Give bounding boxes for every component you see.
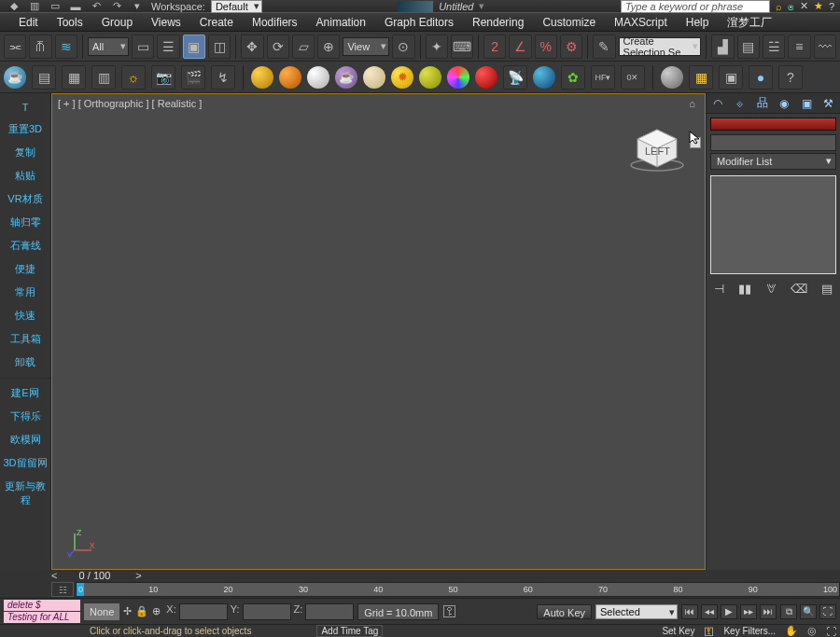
unlink-icon[interactable]: ⫚: [29, 35, 51, 59]
sidebar-item-0[interactable]: T: [0, 97, 50, 118]
undo-icon[interactable]: ↶: [88, 0, 105, 14]
new-icon[interactable]: ▥: [26, 0, 43, 14]
graphite-icon[interactable]: ≡: [788, 35, 810, 59]
select-object-icon[interactable]: ▭: [132, 35, 154, 59]
redo-icon[interactable]: ↷: [108, 0, 125, 14]
sidebar-item-11[interactable]: 卸载: [0, 351, 50, 374]
next-frame-icon[interactable]: ▸▸: [740, 604, 757, 619]
select-move-icon[interactable]: ✥: [241, 35, 263, 59]
y-input[interactable]: [243, 603, 291, 620]
sidebar-item-12[interactable]: 建E网: [0, 378, 50, 405]
menu-maxscript[interactable]: MAXScript: [605, 13, 677, 32]
scene-explorer-icon[interactable]: ▤: [32, 65, 56, 90]
select-link-icon[interactable]: ⫘: [4, 35, 26, 59]
open-icon[interactable]: ▭: [47, 0, 63, 14]
key-toggle-icon[interactable]: ⚿: [442, 603, 457, 620]
motion-icon[interactable]: ↯: [211, 65, 235, 90]
ref-coord-system[interactable]: View: [343, 37, 389, 56]
sphere-rainbow-icon[interactable]: [447, 66, 469, 89]
sidebar-item-1[interactable]: 重置3D: [0, 118, 50, 141]
sidebar-item-6[interactable]: 石膏线: [0, 234, 50, 257]
x-input[interactable]: [179, 603, 228, 620]
sidebar-item-7[interactable]: 便捷: [0, 257, 50, 281]
named-selection-combo[interactable]: Create Selection Se: [619, 37, 702, 56]
film-icon[interactable]: 🎬: [181, 65, 205, 90]
snap-2d-icon[interactable]: 2: [483, 35, 506, 59]
snap-angle-icon[interactable]: ∠: [509, 35, 531, 59]
show-result-icon[interactable]: ▮▮: [738, 282, 751, 296]
play-icon[interactable]: ▶: [721, 604, 737, 619]
viewport[interactable]: [ + ] [ Orthographic ] [ Realistic ] ⌂ L…: [51, 93, 706, 570]
viewport-label[interactable]: [ + ] [ Orthographic ] [ Realistic ]: [58, 98, 202, 109]
menu-modifiers[interactable]: Modifiers: [243, 13, 307, 32]
time-slider-next[interactable]: >: [132, 570, 145, 581]
menu-create[interactable]: Create: [190, 13, 243, 32]
menu-customize[interactable]: Customize: [533, 13, 605, 32]
signin-icon[interactable]: ⍟: [788, 1, 794, 12]
select-byname-icon[interactable]: ☰: [157, 35, 179, 59]
teapot-icon[interactable]: ☕: [4, 66, 26, 89]
sphere-white-icon[interactable]: [307, 66, 329, 89]
make-unique-icon[interactable]: ⩔: [765, 282, 777, 296]
camera-icon[interactable]: 📷: [151, 65, 175, 90]
select-scale-icon[interactable]: ▱: [292, 35, 315, 59]
sidebar-item-16[interactable]: 更新与教程: [0, 475, 50, 512]
select-region-icon[interactable]: ▣: [183, 35, 205, 59]
keyboard-shortcut-icon[interactable]: ⌨: [451, 35, 473, 59]
sphere-cream-icon[interactable]: [363, 66, 385, 89]
isolate-icon[interactable]: 🔒: [135, 605, 148, 617]
menu-group[interactable]: Group: [92, 13, 142, 32]
prev-frame-icon[interactable]: ◂◂: [701, 604, 718, 619]
object-color-swatch[interactable]: [710, 118, 836, 131]
tab-create-icon[interactable]: ◠: [708, 95, 727, 112]
viewcube[interactable]: LEFT: [626, 126, 688, 173]
sphere-lime-icon[interactable]: [419, 66, 441, 89]
manage-layers-icon[interactable]: ▥: [91, 65, 116, 90]
save-icon[interactable]: ▬: [67, 0, 84, 14]
render-frame-icon[interactable]: ▣: [719, 65, 743, 90]
sidebar-item-9[interactable]: 快速: [0, 304, 50, 327]
menu-views[interactable]: Views: [142, 13, 190, 32]
menu-tools[interactable]: Tools: [48, 13, 92, 32]
pan-icon[interactable]: ✋: [785, 625, 798, 637]
sun-icon[interactable]: ✹: [391, 66, 413, 89]
sidebar-item-4[interactable]: VR材质: [0, 187, 50, 211]
render-setup-icon[interactable]: ▦: [689, 65, 713, 90]
tab-hierarchy-icon[interactable]: 品: [753, 95, 772, 112]
modifier-list-combo[interactable]: Modifier List: [710, 153, 836, 170]
favorites-icon[interactable]: ★: [814, 0, 823, 12]
menu-plugin[interactable]: 渲梦工厂: [718, 13, 781, 32]
workspace-selector[interactable]: Default: [211, 0, 262, 13]
selection-filter[interactable]: All: [88, 37, 129, 56]
sidebar-item-8[interactable]: 常用: [0, 281, 50, 304]
use-pivot-icon[interactable]: ⊙: [392, 35, 414, 59]
select-manip-icon[interactable]: ✦: [426, 35, 448, 59]
setkey-key-icon[interactable]: ⚿: [704, 626, 714, 637]
tab-display-icon[interactable]: ▣: [797, 95, 816, 112]
sphere-blue-icon[interactable]: [533, 66, 555, 89]
sphere-yellow-icon[interactable]: [251, 66, 273, 89]
goto-start-icon[interactable]: ⏮: [681, 604, 698, 619]
window-crossing-icon[interactable]: ◫: [208, 35, 231, 59]
sphere-red-icon[interactable]: [475, 66, 497, 89]
curve-editor-icon[interactable]: 〰: [814, 35, 836, 59]
menu-help[interactable]: Help: [677, 13, 719, 32]
align-icon[interactable]: ▤: [737, 35, 760, 59]
sidebar-item-2[interactable]: 复制: [0, 141, 50, 164]
sidebar-item-3[interactable]: 粘贴: [0, 164, 50, 187]
tab-utilities-icon[interactable]: ⚒: [819, 95, 838, 112]
lock-selection-icon[interactable]: ✢: [123, 605, 132, 617]
sidebar-item-13[interactable]: 下得乐: [0, 405, 50, 428]
setkey-button[interactable]: Set Key: [662, 626, 694, 636]
mirror-icon[interactable]: ▟: [711, 35, 734, 59]
sidebar-item-10[interactable]: 工具箱: [0, 327, 50, 351]
sphere-gray-icon[interactable]: [661, 66, 683, 89]
info-center-icon[interactable]: ⌕: [776, 1, 782, 12]
object-name-input[interactable]: [710, 134, 836, 151]
select-place-icon[interactable]: ⊕: [317, 35, 340, 59]
layers-icon[interactable]: ☱: [763, 35, 785, 59]
zoom-icon[interactable]: 🔍: [800, 604, 817, 619]
zero-icon[interactable]: 0✕: [621, 65, 645, 90]
sidebar-item-14[interactable]: 欧模网: [0, 428, 50, 451]
menu-edit[interactable]: Edit: [9, 13, 48, 32]
